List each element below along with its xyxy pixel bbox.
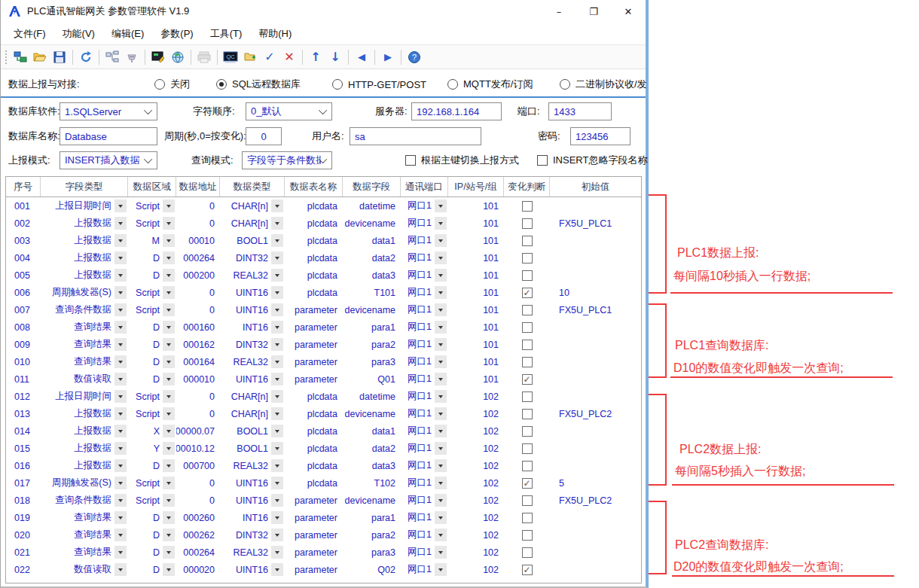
dropdown-button[interactable] [114,355,127,368]
table-row[interactable]: 013上报数据Script0CHAR[n]plcdatadevicename网口… [6,405,641,422]
dropdown-button[interactable] [271,251,283,264]
help-icon[interactable]: ? [405,48,423,66]
dropdown-button[interactable] [435,338,447,351]
dropdown-button[interactable] [114,234,127,247]
table-row[interactable]: 006周期触发器(S)Script0UINT16plcdataT101网口110… [6,284,641,301]
menu-help[interactable]: 帮助(H) [250,24,300,44]
table-row[interactable]: 008查询结果D000160INT16parameterpara1网口1101 [6,318,641,336]
dropdown-button[interactable] [114,477,127,489]
dropdown-button[interactable] [271,459,283,472]
device-monitor-icon[interactable] [149,48,167,66]
dropdown-button[interactable] [435,373,447,385]
dropdown-button[interactable] [163,321,175,334]
web-globe-icon[interactable] [169,48,187,66]
move-up-icon[interactable]: ↑ [307,48,325,66]
dropdown-button[interactable] [114,200,127,212]
change-detect-checkbox[interactable] [522,201,533,212]
dropdown-button[interactable] [271,355,283,368]
dropdown-button[interactable] [271,425,283,437]
radio-mqtt[interactable]: MQTT发布/订阅 [447,75,533,93]
table-row[interactable]: 021查询结果D000264REAL32parameterpara3网口1102 [6,544,641,561]
dropdown-button[interactable] [271,338,283,351]
change-detect-checkbox[interactable] [522,391,533,402]
change-detect-checkbox[interactable] [522,547,533,558]
table-row[interactable]: 003上报数据M00010BOOL1plcdatadata1网口1101 [6,232,641,249]
printer-icon[interactable] [195,48,213,66]
change-detect-checkbox[interactable] [522,426,533,437]
dropdown-button[interactable] [114,459,127,472]
dropdown-button[interactable] [163,546,175,559]
insert-ignore-fields-checkbox[interactable]: INSERT忽略字段名称 [537,151,647,169]
dropdown-button[interactable] [163,373,175,385]
dropdown-button[interactable] [114,425,127,437]
apply-check-icon[interactable]: ✓ [261,48,279,66]
change-detect-checkbox[interactable] [522,461,533,471]
dropdown-button[interactable] [271,494,283,507]
primary-key-switch-checkbox[interactable]: 根据主键切换上报方式 [405,151,519,169]
dropdown-button[interactable] [114,511,127,524]
dropdown-button[interactable] [163,425,175,437]
dropdown-button[interactable] [114,529,127,541]
dropdown-button[interactable] [163,511,175,524]
topology-icon[interactable] [103,48,121,66]
radio-binary[interactable]: 二进制协议收/发 [560,75,647,93]
dropdown-button[interactable] [114,321,127,334]
dropdown-button[interactable] [435,200,447,212]
dropdown-button[interactable] [163,338,175,351]
dropdown-button[interactable] [271,442,283,455]
table-row[interactable]: 017周期触发器(S)Script0UINT16plcdataT102网口110… [6,474,641,492]
dropdown-button[interactable] [163,529,175,541]
dropdown-button[interactable] [114,269,127,282]
change-detect-checkbox[interactable]: ✓ [522,478,533,489]
dropdown-button[interactable] [271,390,283,403]
port-input[interactable] [548,102,612,120]
dropdown-button[interactable] [271,269,283,282]
prev-page-icon[interactable]: ◀ [353,48,371,66]
change-detect-checkbox[interactable]: ✓ [522,565,533,575]
dropdown-button[interactable] [435,390,447,403]
change-detect-checkbox[interactable] [522,513,533,523]
dropdown-button[interactable] [114,338,127,351]
open-file-icon[interactable] [31,48,49,66]
com-port-icon[interactable] [123,48,141,66]
move-down-icon[interactable]: ↓ [326,48,344,66]
dropdown-button[interactable] [114,390,127,403]
dropdown-button[interactable] [163,269,175,282]
dropdown-button[interactable] [435,477,447,489]
dropdown-button[interactable] [163,494,175,507]
dropdown-button[interactable] [114,373,127,385]
dropdown-button[interactable] [271,303,283,316]
change-detect-checkbox[interactable] [522,218,533,229]
change-detect-checkbox[interactable] [522,270,533,281]
dropdown-button[interactable] [435,234,447,247]
qc-display-icon[interactable]: QC [221,48,240,66]
change-detect-checkbox[interactable] [522,253,533,264]
table-row[interactable]: 020查询结果D000262DINT32parameterpara2网口1102 [6,526,641,544]
dropdown-button[interactable] [435,459,447,472]
dropdown-button[interactable] [163,286,175,299]
change-detect-checkbox[interactable]: ✓ [522,374,533,385]
change-detect-checkbox[interactable] [522,495,533,506]
table-row[interactable]: 005上报数据D000200REAL32plcdatadata3网口1101 [6,267,641,284]
dropdown-button[interactable] [114,563,127,576]
dropdown-button[interactable] [163,442,175,455]
change-detect-checkbox[interactable] [522,236,533,246]
refresh-icon[interactable] [77,48,95,66]
table-row[interactable]: 009查询结果D000162DINT32parameterpara2网口1101 [6,336,641,353]
dropdown-button[interactable] [435,511,447,524]
import-params-icon[interactable] [241,48,259,66]
dropdown-button[interactable] [435,217,447,230]
dropdown-button[interactable] [163,477,175,489]
menu-params[interactable]: 参数(P) [152,24,201,44]
dropdown-button[interactable] [435,303,447,316]
dropdown-button[interactable] [271,200,283,212]
password-input[interactable] [570,127,630,145]
radio-sql-remote-db[interactable]: SQL远程数据库 [216,75,301,93]
dropdown-button[interactable] [114,494,127,507]
table-row[interactable]: 007查询条件数据Script0UINT16parameterdevicenam… [6,301,641,318]
table-row[interactable]: 004上报数据D000264DINT32plcdatadata2网口1101 [6,249,641,267]
dropdown-button[interactable] [271,407,283,420]
table-row[interactable]: 018查询条件数据Script0UINT16parameterdevicenam… [6,492,641,509]
change-detect-checkbox[interactable]: ✓ [522,288,533,298]
query-mode-select[interactable]: 字段等于条件数据 [242,151,332,169]
